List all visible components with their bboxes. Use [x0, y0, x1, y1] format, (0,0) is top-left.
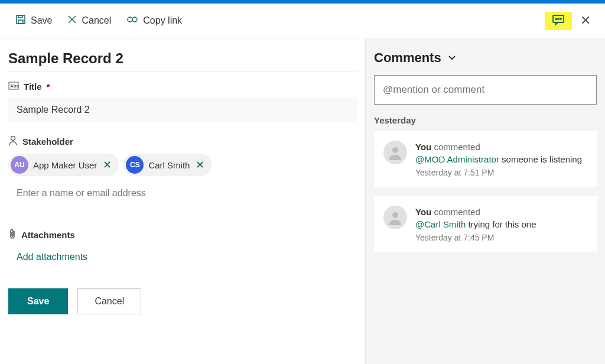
comment-icon: [552, 19, 565, 28]
copy-link-label: Copy link: [143, 15, 182, 26]
link-icon: [126, 15, 138, 27]
comment-item: You commented @Carl Smith trying for thi…: [374, 196, 597, 252]
form-actions: Save Cancel: [8, 288, 357, 314]
comment-author: You: [415, 142, 431, 152]
add-attachments-button[interactable]: Add attachments: [8, 247, 96, 267]
svg-point-8: [555, 18, 557, 20]
cancel-label: Cancel: [82, 15, 111, 26]
svg-point-10: [560, 18, 561, 20]
comments-toggle-highlight: [545, 12, 572, 30]
svg-rect-0: [17, 15, 25, 24]
person-chip: AU App Maker User ✕: [8, 154, 119, 176]
comment-verb: commented: [434, 142, 480, 152]
field-attachments: Attachments Add attachments: [8, 219, 357, 267]
save-label: Save: [31, 15, 52, 26]
comment-author: You: [415, 207, 431, 217]
copy-link-command[interactable]: Copy link: [121, 11, 188, 30]
title-input[interactable]: [8, 98, 357, 122]
title-label: Title: [24, 82, 42, 92]
comments-heading[interactable]: Comments: [374, 50, 597, 66]
save-icon: [15, 14, 26, 27]
person-chip: CS Carl Smith ✕: [123, 154, 212, 176]
text-field-icon: Abc: [8, 82, 19, 92]
svg-text:Abc: Abc: [10, 83, 19, 89]
cancel-command[interactable]: Cancel: [61, 11, 117, 30]
comment-timestamp: Yesterday at 7:51 PM: [415, 168, 587, 177]
comment-item: You commented @MOD Administrator someone…: [374, 131, 597, 187]
field-stakeholder: Stakeholder AU App Maker User ✕ CS Carl …: [8, 135, 357, 206]
svg-point-14: [392, 147, 398, 153]
comment-text: trying for this one: [468, 219, 536, 229]
close-icon: ✕: [580, 13, 591, 28]
comments-toggle-button[interactable]: [552, 14, 565, 28]
attachment-icon: [8, 229, 17, 241]
field-title: Abc Title *: [8, 82, 357, 122]
chip-remove-button[interactable]: ✕: [194, 158, 206, 171]
comment-group-label: Yesterday: [374, 115, 597, 125]
svg-point-15: [392, 212, 398, 218]
svg-rect-2: [18, 20, 23, 24]
chip-name: App Maker User: [33, 160, 97, 170]
comment-text: someone is listening: [502, 154, 582, 164]
avatar: [383, 206, 407, 229]
stakeholder-input[interactable]: [8, 181, 357, 206]
stakeholder-chips: AU App Maker User ✕ CS Carl Smith ✕: [8, 154, 357, 176]
close-icon: ✕: [103, 159, 112, 171]
svg-rect-1: [18, 15, 22, 18]
form-pane: Sample Record 2 Abc Title * Stakeholder …: [0, 38, 366, 364]
save-command[interactable]: Save: [9, 11, 58, 31]
cancel-button[interactable]: Cancel: [77, 288, 141, 314]
comment-timestamp: Yesterday at 7:45 PM: [415, 233, 587, 242]
svg-point-6: [132, 17, 137, 22]
svg-point-13: [11, 136, 15, 141]
comment-mention[interactable]: @Carl Smith: [415, 219, 466, 229]
avatar: AU: [11, 156, 28, 174]
comment-mention[interactable]: @MOD Administrator: [415, 154, 499, 164]
comments-heading-label: Comments: [374, 50, 441, 66]
chip-name: Carl Smith: [148, 160, 190, 170]
page-title: Sample Record 2: [8, 50, 357, 72]
stakeholder-label: Stakeholder: [22, 136, 73, 147]
person-icon: [8, 135, 18, 148]
avatar: [383, 141, 407, 164]
close-icon: ✕: [196, 159, 204, 171]
avatar: CS: [126, 156, 144, 174]
chip-remove-button[interactable]: ✕: [102, 158, 113, 171]
svg-point-9: [558, 18, 559, 20]
chevron-down-icon: [447, 50, 457, 66]
save-button[interactable]: Save: [8, 288, 68, 314]
attachments-label: Attachments: [21, 230, 75, 240]
comment-input[interactable]: [374, 75, 597, 105]
required-indicator: *: [47, 82, 50, 92]
close-icon: [67, 15, 77, 27]
svg-point-5: [128, 17, 132, 22]
comments-pane: Comments Yesterday You commented @MOD Ad…: [366, 38, 605, 364]
comment-verb: commented: [434, 207, 480, 217]
close-panel-button[interactable]: ✕: [575, 13, 596, 28]
command-bar: Save Cancel Copy link ✕: [0, 4, 605, 38]
